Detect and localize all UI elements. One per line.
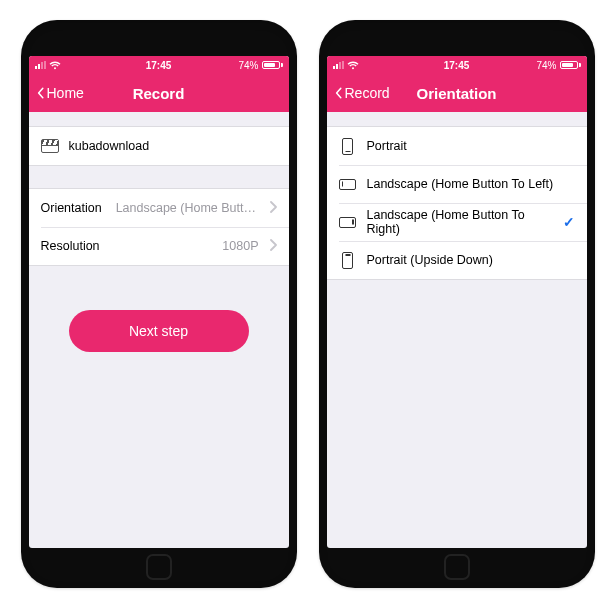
home-button[interactable]: [444, 554, 470, 580]
recording-name-value: kubadownload: [69, 139, 150, 153]
page-title: Record: [133, 85, 185, 102]
orientation-row[interactable]: Orientation Landscape (Home Button To Ri…: [29, 189, 289, 227]
group-orientation-options: Portrait Landscape (Home Button To Left)…: [327, 126, 587, 280]
back-label: Home: [47, 85, 84, 101]
battery-percent: 74%: [536, 60, 556, 71]
checkmark-icon: ✓: [563, 214, 575, 230]
option-portrait-upside-down[interactable]: Portrait (Upside Down): [327, 241, 587, 279]
device-portrait-upside-icon: [339, 252, 357, 269]
home-button[interactable]: [146, 554, 172, 580]
chevron-right-icon: [269, 239, 277, 254]
chevron-left-icon: [333, 87, 345, 99]
next-step-button[interactable]: Next step: [69, 310, 249, 352]
status-time: 17:45: [444, 60, 470, 71]
option-label: Portrait: [367, 139, 407, 153]
signal-icon: [35, 61, 46, 69]
device-landscape-left-icon: [339, 179, 357, 190]
group-name: kubadownload: [29, 126, 289, 166]
group-settings: Orientation Landscape (Home Button To Ri…: [29, 188, 289, 266]
phone-frame-right: 17:45 74% Record Orientation Portrait: [319, 20, 595, 588]
recording-name-row[interactable]: kubadownload: [29, 127, 289, 165]
battery-percent: 74%: [238, 60, 258, 71]
device-landscape-right-icon: [339, 217, 357, 228]
resolution-value: 1080P: [110, 239, 259, 253]
battery-icon: [560, 61, 581, 69]
option-landscape-right[interactable]: Landscape (Home Button To Right) ✓: [327, 203, 587, 241]
device-portrait-icon: [339, 138, 357, 155]
status-bar: 17:45 74%: [29, 56, 289, 74]
chevron-right-icon: [269, 201, 277, 216]
wifi-icon: [347, 61, 359, 70]
status-time: 17:45: [146, 60, 172, 71]
option-label: Landscape (Home Button To Left): [367, 177, 554, 191]
nav-bar: Record Orientation: [327, 74, 587, 112]
phone-frame-left: 17:45 74% Home Record kubadownload: [21, 20, 297, 588]
option-label: Portrait (Upside Down): [367, 253, 493, 267]
back-button[interactable]: Record: [333, 85, 390, 101]
orientation-label: Orientation: [41, 201, 102, 215]
battery-icon: [262, 61, 283, 69]
option-landscape-left[interactable]: Landscape (Home Button To Left): [327, 165, 587, 203]
orientation-value: Landscape (Home Button To Rig...: [116, 201, 259, 215]
resolution-label: Resolution: [41, 239, 100, 253]
option-label: Landscape (Home Button To Right): [367, 208, 553, 236]
content-area: kubadownload Orientation Landscape (Home…: [29, 112, 289, 548]
signal-icon: [333, 61, 344, 69]
back-button[interactable]: Home: [35, 85, 84, 101]
back-label: Record: [345, 85, 390, 101]
clapperboard-icon: [41, 139, 59, 153]
nav-bar: Home Record: [29, 74, 289, 112]
chevron-left-icon: [35, 87, 47, 99]
status-bar: 17:45 74%: [327, 56, 587, 74]
resolution-row[interactable]: Resolution 1080P: [29, 227, 289, 265]
screen-right: 17:45 74% Record Orientation Portrait: [327, 56, 587, 548]
cta-container: Next step: [29, 266, 289, 396]
page-title: Orientation: [416, 85, 496, 102]
screen-left: 17:45 74% Home Record kubadownload: [29, 56, 289, 548]
wifi-icon: [49, 61, 61, 70]
content-area: Portrait Landscape (Home Button To Left)…: [327, 112, 587, 548]
option-portrait[interactable]: Portrait: [327, 127, 587, 165]
